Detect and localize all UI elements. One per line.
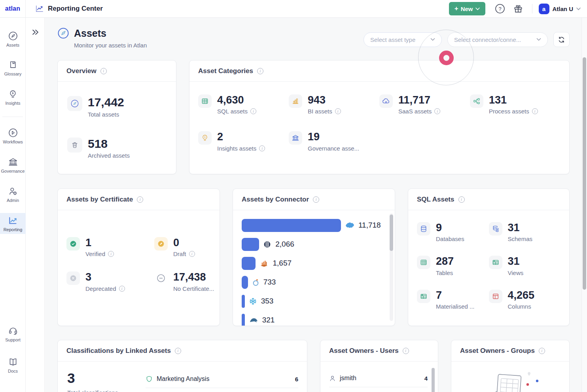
info-icon[interactable]: i bbox=[108, 251, 114, 257]
stat-value: 11,717 bbox=[398, 94, 440, 106]
connector-row-salesforce: 11,718 bbox=[242, 216, 388, 235]
connector-row-mysql: 321 bbox=[242, 311, 388, 326]
svg-text:?: ? bbox=[498, 6, 501, 12]
sidebar-label: Support bbox=[5, 337, 21, 342]
info-icon[interactable]: i bbox=[434, 108, 440, 114]
connector-bar[interactable] bbox=[242, 219, 341, 232]
classification-row[interactable]: Marketing Analysis 6 bbox=[146, 370, 298, 388]
owner-user-name: jsmith bbox=[340, 375, 356, 382]
sidebar-item-support[interactable]: Support bbox=[0, 323, 26, 344]
schemas-stat: 31 Schemas bbox=[489, 222, 561, 242]
page-scrollbar-thumb[interactable] bbox=[583, 57, 586, 290]
deprecated-stat: 3 Deprecatedi bbox=[66, 271, 154, 292]
connector-bar[interactable] bbox=[242, 314, 245, 326]
card-title: Assets by Certificate bbox=[66, 196, 133, 204]
stat-label: Tables bbox=[436, 270, 453, 276]
expand-sidebar-button[interactable] bbox=[32, 29, 39, 36]
stat-label: Deprecated bbox=[85, 285, 116, 292]
stat-value: 0 bbox=[173, 237, 195, 248]
stat-label: BI assets bbox=[308, 108, 332, 115]
assets-title: Assets bbox=[74, 28, 106, 39]
new-button[interactable]: + New bbox=[449, 2, 485, 15]
card-title: SQL Assets bbox=[417, 196, 454, 204]
info-icon[interactable]: i bbox=[259, 145, 265, 151]
sidebar-item-admin[interactable]: Admin bbox=[0, 184, 26, 205]
sidebar-item-workflows[interactable]: Workflows bbox=[0, 125, 26, 146]
info-icon[interactable]: i bbox=[335, 108, 341, 114]
connector-scrollbar-thumb[interactable] bbox=[390, 215, 393, 251]
stat-label: Governance asse... bbox=[308, 145, 359, 152]
deprecated-badge-icon bbox=[66, 271, 80, 285]
info-icon[interactable]: i bbox=[175, 348, 181, 354]
sidebar-item-assets[interactable]: Assets bbox=[0, 28, 26, 49]
info-icon[interactable]: i bbox=[313, 196, 319, 203]
user-name: Atlan U bbox=[553, 6, 574, 12]
shield-icon bbox=[146, 375, 153, 383]
columns-stat: 4,265 Columns bbox=[489, 290, 561, 310]
sidebar-label: Reporting bbox=[4, 227, 23, 232]
assets-subtitle: Monitor your assets in Atlan bbox=[74, 42, 147, 49]
card-title: Asset Owners - Groups bbox=[460, 347, 535, 355]
connector-row-dbt: 733 bbox=[242, 273, 388, 292]
user-menu[interactable]: a Atlan U bbox=[539, 4, 581, 14]
views-stat: 31 Views bbox=[489, 256, 561, 276]
owner-user-row[interactable]: jsmith 4 bbox=[329, 369, 428, 387]
chevron-down-icon bbox=[475, 8, 480, 10]
refresh-icon bbox=[558, 36, 565, 43]
classification-list: Marketing Analysis 6 bbox=[146, 370, 298, 392]
info-icon[interactable]: i bbox=[532, 108, 538, 114]
stat-value: 31 bbox=[508, 222, 533, 233]
sidebar-item-glossary[interactable]: Glossary bbox=[0, 58, 26, 79]
filters: Select asset type Select connector/conne… bbox=[364, 32, 570, 47]
sql-assets-card: SQL Assets i bbox=[408, 188, 570, 326]
connector-bar-chart: 11,718 2,066 bbox=[233, 210, 395, 326]
stat-label: SQL assets bbox=[217, 108, 248, 115]
stat-label: Columns bbox=[508, 303, 531, 310]
sidebar-item-docs[interactable]: Docs bbox=[0, 354, 26, 375]
top-bar: atlan Reporting Center + New ? bbox=[0, 0, 587, 18]
compass-icon bbox=[57, 27, 69, 39]
stat-value: 17,438 bbox=[173, 271, 214, 283]
stat-label: Schemas bbox=[508, 236, 533, 242]
stat-value: 17,442 bbox=[88, 96, 124, 109]
sidebar-label: Governance bbox=[1, 169, 25, 173]
help-button[interactable]: ? bbox=[494, 3, 506, 15]
users-scrollbar-thumb[interactable] bbox=[432, 368, 435, 392]
info-icon[interactable]: i bbox=[403, 348, 409, 354]
sidebar-divider bbox=[2, 117, 23, 117]
empty-state-illustration bbox=[473, 366, 548, 392]
sidebar-label: Docs bbox=[8, 369, 18, 373]
cards-row-2: Assets by Certificate i bbox=[57, 188, 570, 326]
connector-select[interactable]: Select connector/conne... bbox=[447, 32, 548, 47]
sidebar-item-reporting[interactable]: Reporting bbox=[0, 213, 26, 234]
info-icon[interactable]: i bbox=[100, 68, 107, 74]
info-icon[interactable]: i bbox=[119, 286, 125, 292]
asset-owners-groups-card: Asset Owners - Groups i bbox=[451, 340, 570, 392]
card-title: Asset Owners - Users bbox=[329, 347, 399, 355]
sidebar-item-insights[interactable]: Insights bbox=[0, 87, 26, 108]
draft-stat: 0 Drafti bbox=[154, 237, 214, 257]
connector-bar[interactable] bbox=[242, 276, 248, 289]
atlan-logo[interactable]: atlan bbox=[0, 0, 26, 17]
connector-value: 1,657 bbox=[273, 259, 292, 268]
sidebar-item-governance[interactable]: Governance bbox=[0, 155, 26, 175]
info-icon[interactable]: i bbox=[137, 196, 143, 203]
table-grid-icon bbox=[417, 256, 430, 269]
stat-value: 1 bbox=[85, 237, 114, 248]
users-scrollbar-track bbox=[432, 368, 435, 392]
classification-count: 6 bbox=[295, 376, 298, 383]
info-icon[interactable]: i bbox=[539, 348, 545, 354]
connector-bar[interactable] bbox=[242, 238, 259, 251]
connector-value: 321 bbox=[262, 316, 275, 324]
assets-heading-block: Assets Monitor your assets in Atlan bbox=[57, 27, 147, 49]
asset-type-select[interactable]: Select asset type bbox=[364, 32, 442, 47]
connector-bar[interactable] bbox=[242, 295, 245, 308]
info-icon[interactable]: i bbox=[458, 196, 465, 203]
connector-bar[interactable] bbox=[242, 257, 256, 270]
info-icon[interactable]: i bbox=[250, 108, 256, 114]
info-icon[interactable]: i bbox=[189, 251, 195, 257]
asset-categories-card: Asset Categories i 4 bbox=[189, 60, 570, 174]
info-icon[interactable]: i bbox=[257, 68, 263, 74]
refresh-button[interactable] bbox=[553, 32, 570, 47]
whats-new-button[interactable] bbox=[512, 3, 524, 15]
